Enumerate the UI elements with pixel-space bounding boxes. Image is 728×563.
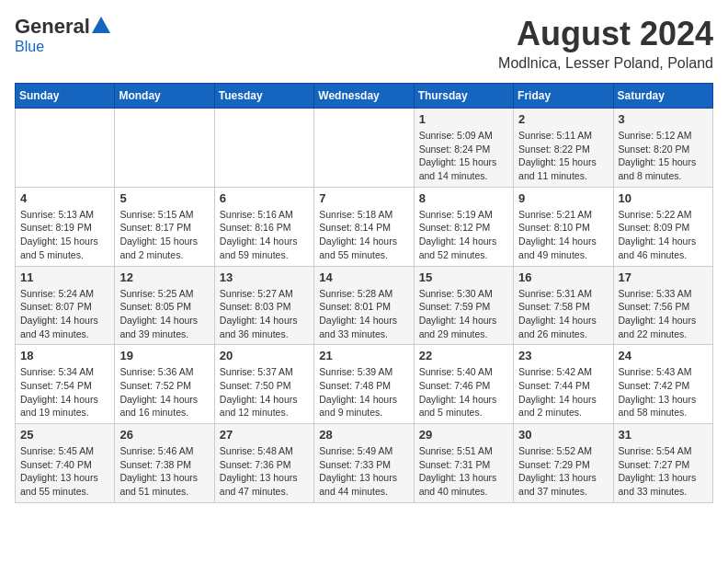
calendar-day-cell: 9Sunrise: 5:21 AM Sunset: 8:10 PM Daylig…	[514, 187, 613, 266]
day-info: Sunrise: 5:18 AM Sunset: 8:14 PM Dayligh…	[319, 208, 408, 262]
day-number: 17	[619, 270, 708, 284]
day-number: 3	[619, 112, 708, 126]
calendar-day-cell: 2Sunrise: 5:11 AM Sunset: 8:22 PM Daylig…	[514, 109, 613, 188]
day-info: Sunrise: 5:42 AM Sunset: 7:44 PM Dayligh…	[518, 365, 608, 419]
day-number: 14	[319, 270, 408, 284]
calendar-day-cell: 27Sunrise: 5:48 AM Sunset: 7:36 PM Dayli…	[214, 424, 313, 503]
logo: General Blue	[15, 15, 110, 55]
page-header: General Blue August 2024 Modlnica, Lesse…	[15, 15, 713, 72]
logo-triangle-icon	[92, 17, 110, 33]
location: Modlnica, Lesser Poland, Poland	[498, 55, 713, 72]
day-number: 12	[119, 270, 209, 284]
day-number: 1	[419, 112, 508, 126]
day-number: 20	[220, 349, 309, 362]
calendar-day-cell: 29Sunrise: 5:51 AM Sunset: 7:31 PM Dayli…	[414, 424, 513, 503]
day-info: Sunrise: 5:09 AM Sunset: 8:24 PM Dayligh…	[419, 129, 508, 183]
day-number: 21	[319, 349, 408, 362]
calendar-day-cell: 15Sunrise: 5:30 AM Sunset: 7:59 PM Dayli…	[414, 266, 513, 345]
day-number: 23	[518, 349, 608, 362]
day-number: 13	[220, 270, 309, 284]
day-info: Sunrise: 5:19 AM Sunset: 8:12 PM Dayligh…	[419, 208, 508, 262]
calendar-day-cell: 22Sunrise: 5:40 AM Sunset: 7:46 PM Dayli…	[414, 345, 513, 424]
calendar-day-cell: 18Sunrise: 5:34 AM Sunset: 7:54 PM Dayli…	[16, 345, 115, 424]
day-number: 6	[220, 191, 309, 205]
day-number: 2	[518, 112, 608, 126]
day-number: 30	[518, 428, 608, 442]
empty-cell	[314, 109, 414, 188]
column-header-saturday: Saturday	[613, 84, 712, 109]
calendar-day-cell: 23Sunrise: 5:42 AM Sunset: 7:44 PM Dayli…	[514, 345, 613, 424]
day-info: Sunrise: 5:13 AM Sunset: 8:19 PM Dayligh…	[20, 208, 109, 262]
day-number: 25	[20, 428, 109, 442]
day-info: Sunrise: 5:54 AM Sunset: 7:27 PM Dayligh…	[619, 444, 708, 499]
day-info: Sunrise: 5:11 AM Sunset: 8:22 PM Dayligh…	[518, 129, 608, 183]
calendar-day-cell: 30Sunrise: 5:52 AM Sunset: 7:29 PM Dayli…	[514, 424, 613, 503]
day-number: 9	[518, 191, 608, 205]
day-number: 11	[20, 270, 109, 284]
day-number: 16	[518, 270, 608, 284]
calendar-day-cell: 19Sunrise: 5:36 AM Sunset: 7:52 PM Dayli…	[115, 345, 214, 424]
calendar-day-cell: 28Sunrise: 5:49 AM Sunset: 7:33 PM Dayli…	[314, 424, 414, 503]
day-info: Sunrise: 5:40 AM Sunset: 7:46 PM Dayligh…	[419, 365, 508, 419]
day-info: Sunrise: 5:16 AM Sunset: 8:16 PM Dayligh…	[220, 208, 309, 262]
day-number: 31	[619, 428, 708, 442]
empty-cell	[16, 109, 115, 188]
day-info: Sunrise: 5:37 AM Sunset: 7:50 PM Dayligh…	[220, 365, 309, 419]
day-info: Sunrise: 5:28 AM Sunset: 8:01 PM Dayligh…	[319, 287, 408, 341]
day-number: 4	[20, 191, 109, 205]
day-info: Sunrise: 5:31 AM Sunset: 7:58 PM Dayligh…	[518, 287, 608, 341]
calendar-table: SundayMondayTuesdayWednesdayThursdayFrid…	[15, 83, 713, 503]
day-number: 5	[119, 191, 209, 205]
calendar-header-row: SundayMondayTuesdayWednesdayThursdayFrid…	[16, 84, 713, 109]
calendar-day-cell: 24Sunrise: 5:43 AM Sunset: 7:42 PM Dayli…	[613, 345, 712, 424]
calendar-day-cell: 25Sunrise: 5:45 AM Sunset: 7:40 PM Dayli…	[16, 424, 115, 503]
day-info: Sunrise: 5:46 AM Sunset: 7:38 PM Dayligh…	[119, 444, 209, 499]
day-number: 29	[419, 428, 508, 442]
column-header-wednesday: Wednesday	[314, 84, 414, 109]
day-number: 28	[319, 428, 408, 442]
day-info: Sunrise: 5:24 AM Sunset: 8:07 PM Dayligh…	[20, 287, 109, 341]
logo-blue-text: Blue	[15, 39, 44, 55]
column-header-friday: Friday	[514, 84, 613, 109]
day-number: 8	[419, 191, 508, 205]
day-info: Sunrise: 5:30 AM Sunset: 7:59 PM Dayligh…	[419, 287, 508, 341]
calendar-day-cell: 1Sunrise: 5:09 AM Sunset: 8:24 PM Daylig…	[414, 109, 513, 188]
day-info: Sunrise: 5:15 AM Sunset: 8:17 PM Dayligh…	[119, 208, 209, 262]
day-info: Sunrise: 5:51 AM Sunset: 7:31 PM Dayligh…	[419, 444, 508, 499]
empty-cell	[115, 109, 214, 188]
empty-cell	[214, 109, 313, 188]
day-info: Sunrise: 5:34 AM Sunset: 7:54 PM Dayligh…	[20, 365, 109, 419]
calendar-week-row: 4Sunrise: 5:13 AM Sunset: 8:19 PM Daylig…	[16, 187, 713, 266]
calendar-day-cell: 17Sunrise: 5:33 AM Sunset: 7:56 PM Dayli…	[613, 266, 712, 345]
calendar-day-cell: 21Sunrise: 5:39 AM Sunset: 7:48 PM Dayli…	[314, 345, 414, 424]
day-info: Sunrise: 5:27 AM Sunset: 8:03 PM Dayligh…	[220, 287, 309, 341]
calendar-day-cell: 7Sunrise: 5:18 AM Sunset: 8:14 PM Daylig…	[314, 187, 414, 266]
day-number: 7	[319, 191, 408, 205]
calendar-day-cell: 5Sunrise: 5:15 AM Sunset: 8:17 PM Daylig…	[115, 187, 214, 266]
day-info: Sunrise: 5:36 AM Sunset: 7:52 PM Dayligh…	[119, 365, 209, 419]
calendar-day-cell: 11Sunrise: 5:24 AM Sunset: 8:07 PM Dayli…	[16, 266, 115, 345]
day-info: Sunrise: 5:12 AM Sunset: 8:20 PM Dayligh…	[619, 129, 708, 183]
day-info: Sunrise: 5:39 AM Sunset: 7:48 PM Dayligh…	[319, 365, 408, 419]
calendar-day-cell: 16Sunrise: 5:31 AM Sunset: 7:58 PM Dayli…	[514, 266, 613, 345]
day-number: 10	[619, 191, 708, 205]
calendar-week-row: 25Sunrise: 5:45 AM Sunset: 7:40 PM Dayli…	[16, 424, 713, 503]
day-number: 22	[419, 349, 508, 362]
calendar-day-cell: 12Sunrise: 5:25 AM Sunset: 8:05 PM Dayli…	[115, 266, 214, 345]
column-header-monday: Monday	[115, 84, 214, 109]
column-header-tuesday: Tuesday	[214, 84, 313, 109]
calendar-day-cell: 10Sunrise: 5:22 AM Sunset: 8:09 PM Dayli…	[613, 187, 712, 266]
calendar-day-cell: 3Sunrise: 5:12 AM Sunset: 8:20 PM Daylig…	[613, 109, 712, 188]
day-info: Sunrise: 5:22 AM Sunset: 8:09 PM Dayligh…	[619, 208, 708, 262]
day-number: 19	[119, 349, 209, 362]
calendar-week-row: 11Sunrise: 5:24 AM Sunset: 8:07 PM Dayli…	[16, 266, 713, 345]
day-number: 15	[419, 270, 508, 284]
calendar-day-cell: 13Sunrise: 5:27 AM Sunset: 8:03 PM Dayli…	[214, 266, 313, 345]
calendar-day-cell: 26Sunrise: 5:46 AM Sunset: 7:38 PM Dayli…	[115, 424, 214, 503]
day-info: Sunrise: 5:49 AM Sunset: 7:33 PM Dayligh…	[319, 444, 408, 499]
calendar-day-cell: 31Sunrise: 5:54 AM Sunset: 7:27 PM Dayli…	[613, 424, 712, 503]
column-header-sunday: Sunday	[16, 84, 115, 109]
day-number: 27	[220, 428, 309, 442]
day-info: Sunrise: 5:25 AM Sunset: 8:05 PM Dayligh…	[119, 287, 209, 341]
day-info: Sunrise: 5:21 AM Sunset: 8:10 PM Dayligh…	[518, 208, 608, 262]
